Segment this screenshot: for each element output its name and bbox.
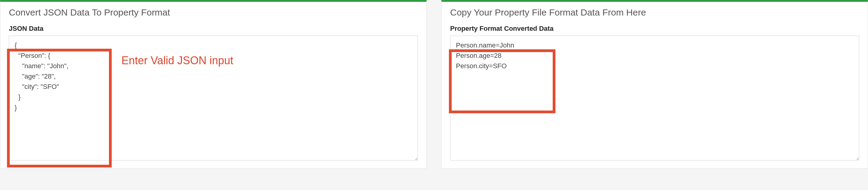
input-panel-body: JSON Data [0,25,426,168]
output-panel: Copy Your Property File Format Data From… [441,0,868,169]
json-data-label: JSON Data [9,25,418,33]
input-panel: Convert JSON Data To Property Format JSO… [0,0,427,169]
input-panel-title: Convert JSON Data To Property Format [0,2,426,25]
output-panel-body: Property Format Converted Data [442,25,868,168]
output-panel-title: Copy Your Property File Format Data From… [442,2,868,25]
property-output-textarea[interactable] [450,36,859,160]
converter-container: Convert JSON Data To Property Format JSO… [0,0,868,169]
json-input-textarea[interactable] [9,36,418,160]
property-data-label: Property Format Converted Data [450,25,859,33]
